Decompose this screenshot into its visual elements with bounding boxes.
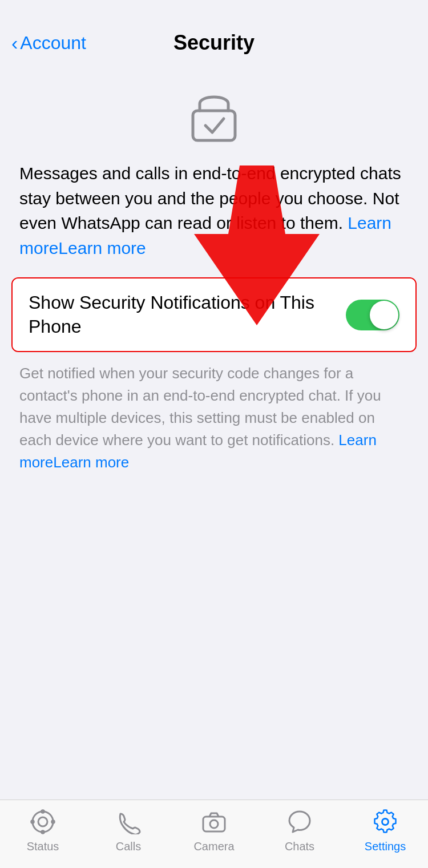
svg-point-2: [33, 812, 53, 832]
svg-rect-0: [193, 111, 235, 140]
security-notifications-row[interactable]: Show Security Notifications on This Phon…: [13, 278, 415, 351]
tab-calls-label: Calls: [116, 840, 141, 853]
description-text: Messages and calls in end-to-end encrypt…: [0, 161, 428, 277]
calls-icon: [114, 807, 143, 837]
main-content: ‹ Account Security Messages and calls in…: [0, 0, 428, 565]
description-main: Messages and calls in end-to-end encrypt…: [19, 164, 401, 232]
toggle-knob: [370, 301, 398, 329]
tab-camera[interactable]: Camera: [171, 807, 257, 853]
sub-description-text: Get notified when your security code cha…: [0, 352, 428, 491]
toggle-label: Show Security Notifications on This Phon…: [29, 291, 346, 338]
settings-icon: [370, 807, 400, 837]
tab-status-label: Status: [27, 840, 59, 853]
back-chevron-icon: ‹: [11, 33, 18, 53]
toggle-row-wrapper: Show Security Notifications on This Phon…: [11, 277, 417, 352]
svg-rect-8: [203, 817, 225, 831]
header: ‹ Account Security: [0, 0, 428, 64]
back-button[interactable]: ‹ Account: [11, 33, 86, 54]
sub-description-main: Get notified when your security code cha…: [19, 365, 381, 449]
tab-chats[interactable]: Chats: [257, 807, 342, 853]
status-icon: [28, 807, 58, 837]
tab-calls[interactable]: Calls: [86, 807, 171, 853]
chats-icon: [285, 807, 314, 837]
security-notifications-toggle[interactable]: [346, 300, 399, 330]
lock-icon-area: [0, 64, 428, 161]
lock-icon: [188, 87, 240, 144]
learn-more-link-1b[interactable]: Learn more: [58, 239, 146, 257]
camera-icon: [199, 807, 229, 837]
back-label: Account: [20, 33, 86, 54]
tab-bar: Status Calls Camera Chats: [0, 800, 428, 868]
svg-point-9: [210, 820, 218, 828]
tab-chats-label: Chats: [285, 840, 314, 853]
page-title: Security: [173, 31, 255, 55]
tab-settings[interactable]: Settings: [342, 807, 428, 853]
svg-point-10: [382, 819, 389, 825]
svg-point-3: [38, 817, 47, 826]
tab-status[interactable]: Status: [0, 807, 86, 853]
highlight-box: Show Security Notifications on This Phon…: [11, 277, 417, 352]
learn-more-link-2b[interactable]: Learn more: [53, 454, 129, 471]
tab-settings-label: Settings: [365, 840, 406, 853]
tab-camera-label: Camera: [193, 840, 234, 853]
